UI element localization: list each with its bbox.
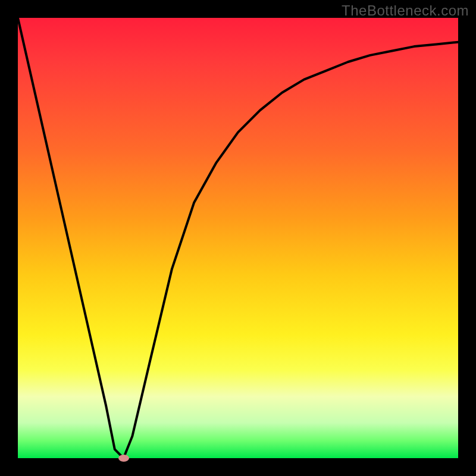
watermark-text: TheBottleneck.com [342, 2, 469, 19]
plot-area [18, 18, 458, 458]
optimal-marker [118, 455, 129, 462]
curve-svg [18, 18, 458, 458]
chart-frame: TheBottleneck.com [0, 0, 476, 476]
bottleneck-curve [18, 18, 458, 458]
